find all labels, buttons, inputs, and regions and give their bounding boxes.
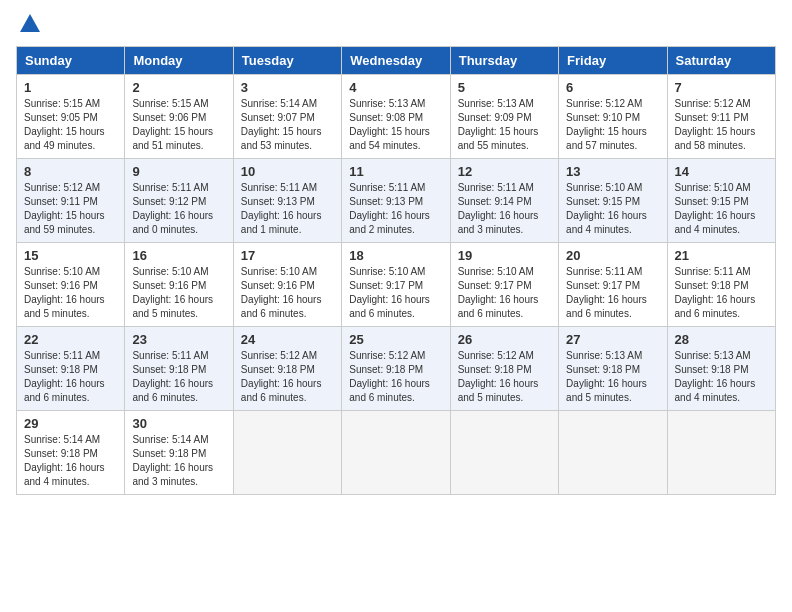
day-info: Sunrise: 5:12 AM Sunset: 9:11 PM Dayligh…: [24, 181, 117, 237]
header: [16, 16, 776, 34]
calendar-cell: 30Sunrise: 5:14 AM Sunset: 9:18 PM Dayli…: [125, 411, 233, 495]
day-number: 9: [132, 164, 225, 179]
calendar-cell: 24Sunrise: 5:12 AM Sunset: 9:18 PM Dayli…: [233, 327, 341, 411]
calendar-cell: 16Sunrise: 5:10 AM Sunset: 9:16 PM Dayli…: [125, 243, 233, 327]
day-info: Sunrise: 5:11 AM Sunset: 9:13 PM Dayligh…: [349, 181, 442, 237]
calendar-cell: [667, 411, 775, 495]
day-number: 6: [566, 80, 659, 95]
day-number: 16: [132, 248, 225, 263]
calendar-cell: 5Sunrise: 5:13 AM Sunset: 9:09 PM Daylig…: [450, 75, 558, 159]
day-number: 22: [24, 332, 117, 347]
day-info: Sunrise: 5:11 AM Sunset: 9:18 PM Dayligh…: [132, 349, 225, 405]
week-row-3: 15Sunrise: 5:10 AM Sunset: 9:16 PM Dayli…: [17, 243, 776, 327]
day-number: 1: [24, 80, 117, 95]
day-info: Sunrise: 5:10 AM Sunset: 9:17 PM Dayligh…: [458, 265, 551, 321]
day-info: Sunrise: 5:11 AM Sunset: 9:12 PM Dayligh…: [132, 181, 225, 237]
week-row-4: 22Sunrise: 5:11 AM Sunset: 9:18 PM Dayli…: [17, 327, 776, 411]
day-number: 5: [458, 80, 551, 95]
calendar-cell: [233, 411, 341, 495]
column-header-friday: Friday: [559, 47, 667, 75]
calendar-table: SundayMondayTuesdayWednesdayThursdayFrid…: [16, 46, 776, 495]
calendar-cell: [450, 411, 558, 495]
day-info: Sunrise: 5:13 AM Sunset: 9:18 PM Dayligh…: [675, 349, 768, 405]
calendar-cell: 19Sunrise: 5:10 AM Sunset: 9:17 PM Dayli…: [450, 243, 558, 327]
calendar-cell: 27Sunrise: 5:13 AM Sunset: 9:18 PM Dayli…: [559, 327, 667, 411]
day-info: Sunrise: 5:13 AM Sunset: 9:08 PM Dayligh…: [349, 97, 442, 153]
column-header-thursday: Thursday: [450, 47, 558, 75]
calendar-cell: [342, 411, 450, 495]
day-number: 27: [566, 332, 659, 347]
day-number: 19: [458, 248, 551, 263]
logo: [16, 16, 40, 34]
day-info: Sunrise: 5:12 AM Sunset: 9:11 PM Dayligh…: [675, 97, 768, 153]
day-info: Sunrise: 5:10 AM Sunset: 9:16 PM Dayligh…: [132, 265, 225, 321]
calendar-cell: 23Sunrise: 5:11 AM Sunset: 9:18 PM Dayli…: [125, 327, 233, 411]
calendar-cell: 13Sunrise: 5:10 AM Sunset: 9:15 PM Dayli…: [559, 159, 667, 243]
calendar-cell: 28Sunrise: 5:13 AM Sunset: 9:18 PM Dayli…: [667, 327, 775, 411]
day-info: Sunrise: 5:10 AM Sunset: 9:15 PM Dayligh…: [675, 181, 768, 237]
day-number: 23: [132, 332, 225, 347]
day-info: Sunrise: 5:13 AM Sunset: 9:18 PM Dayligh…: [566, 349, 659, 405]
calendar-cell: 15Sunrise: 5:10 AM Sunset: 9:16 PM Dayli…: [17, 243, 125, 327]
calendar-cell: 10Sunrise: 5:11 AM Sunset: 9:13 PM Dayli…: [233, 159, 341, 243]
column-header-tuesday: Tuesday: [233, 47, 341, 75]
day-number: 10: [241, 164, 334, 179]
day-number: 21: [675, 248, 768, 263]
day-info: Sunrise: 5:15 AM Sunset: 9:06 PM Dayligh…: [132, 97, 225, 153]
day-info: Sunrise: 5:10 AM Sunset: 9:16 PM Dayligh…: [241, 265, 334, 321]
day-number: 14: [675, 164, 768, 179]
day-number: 20: [566, 248, 659, 263]
calendar-cell: 18Sunrise: 5:10 AM Sunset: 9:17 PM Dayli…: [342, 243, 450, 327]
day-number: 30: [132, 416, 225, 431]
calendar-cell: 7Sunrise: 5:12 AM Sunset: 9:11 PM Daylig…: [667, 75, 775, 159]
column-header-monday: Monday: [125, 47, 233, 75]
day-number: 25: [349, 332, 442, 347]
calendar-cell: 2Sunrise: 5:15 AM Sunset: 9:06 PM Daylig…: [125, 75, 233, 159]
calendar-cell: 25Sunrise: 5:12 AM Sunset: 9:18 PM Dayli…: [342, 327, 450, 411]
day-number: 29: [24, 416, 117, 431]
day-number: 11: [349, 164, 442, 179]
column-header-saturday: Saturday: [667, 47, 775, 75]
day-info: Sunrise: 5:12 AM Sunset: 9:18 PM Dayligh…: [241, 349, 334, 405]
calendar-cell: 26Sunrise: 5:12 AM Sunset: 9:18 PM Dayli…: [450, 327, 558, 411]
calendar-cell: 11Sunrise: 5:11 AM Sunset: 9:13 PM Dayli…: [342, 159, 450, 243]
column-header-wednesday: Wednesday: [342, 47, 450, 75]
day-info: Sunrise: 5:11 AM Sunset: 9:18 PM Dayligh…: [675, 265, 768, 321]
logo-triangle-icon: [20, 14, 40, 32]
day-number: 17: [241, 248, 334, 263]
calendar-cell: [559, 411, 667, 495]
calendar-cell: 3Sunrise: 5:14 AM Sunset: 9:07 PM Daylig…: [233, 75, 341, 159]
day-number: 26: [458, 332, 551, 347]
calendar-cell: 20Sunrise: 5:11 AM Sunset: 9:17 PM Dayli…: [559, 243, 667, 327]
calendar-cell: 22Sunrise: 5:11 AM Sunset: 9:18 PM Dayli…: [17, 327, 125, 411]
day-info: Sunrise: 5:10 AM Sunset: 9:16 PM Dayligh…: [24, 265, 117, 321]
day-info: Sunrise: 5:14 AM Sunset: 9:18 PM Dayligh…: [132, 433, 225, 489]
day-info: Sunrise: 5:14 AM Sunset: 9:07 PM Dayligh…: [241, 97, 334, 153]
week-row-2: 8Sunrise: 5:12 AM Sunset: 9:11 PM Daylig…: [17, 159, 776, 243]
day-info: Sunrise: 5:12 AM Sunset: 9:10 PM Dayligh…: [566, 97, 659, 153]
day-info: Sunrise: 5:10 AM Sunset: 9:17 PM Dayligh…: [349, 265, 442, 321]
day-number: 24: [241, 332, 334, 347]
day-number: 8: [24, 164, 117, 179]
calendar-cell: 21Sunrise: 5:11 AM Sunset: 9:18 PM Dayli…: [667, 243, 775, 327]
calendar-cell: 1Sunrise: 5:15 AM Sunset: 9:05 PM Daylig…: [17, 75, 125, 159]
day-info: Sunrise: 5:12 AM Sunset: 9:18 PM Dayligh…: [349, 349, 442, 405]
day-info: Sunrise: 5:11 AM Sunset: 9:14 PM Dayligh…: [458, 181, 551, 237]
calendar-header-row: SundayMondayTuesdayWednesdayThursdayFrid…: [17, 47, 776, 75]
day-info: Sunrise: 5:13 AM Sunset: 9:09 PM Dayligh…: [458, 97, 551, 153]
day-info: Sunrise: 5:10 AM Sunset: 9:15 PM Dayligh…: [566, 181, 659, 237]
calendar-cell: 12Sunrise: 5:11 AM Sunset: 9:14 PM Dayli…: [450, 159, 558, 243]
day-number: 4: [349, 80, 442, 95]
week-row-1: 1Sunrise: 5:15 AM Sunset: 9:05 PM Daylig…: [17, 75, 776, 159]
calendar-cell: 14Sunrise: 5:10 AM Sunset: 9:15 PM Dayli…: [667, 159, 775, 243]
calendar-cell: 9Sunrise: 5:11 AM Sunset: 9:12 PM Daylig…: [125, 159, 233, 243]
day-number: 13: [566, 164, 659, 179]
day-info: Sunrise: 5:11 AM Sunset: 9:17 PM Dayligh…: [566, 265, 659, 321]
day-info: Sunrise: 5:15 AM Sunset: 9:05 PM Dayligh…: [24, 97, 117, 153]
day-number: 15: [24, 248, 117, 263]
day-info: Sunrise: 5:14 AM Sunset: 9:18 PM Dayligh…: [24, 433, 117, 489]
column-header-sunday: Sunday: [17, 47, 125, 75]
day-info: Sunrise: 5:11 AM Sunset: 9:13 PM Dayligh…: [241, 181, 334, 237]
day-number: 28: [675, 332, 768, 347]
calendar-cell: 6Sunrise: 5:12 AM Sunset: 9:10 PM Daylig…: [559, 75, 667, 159]
